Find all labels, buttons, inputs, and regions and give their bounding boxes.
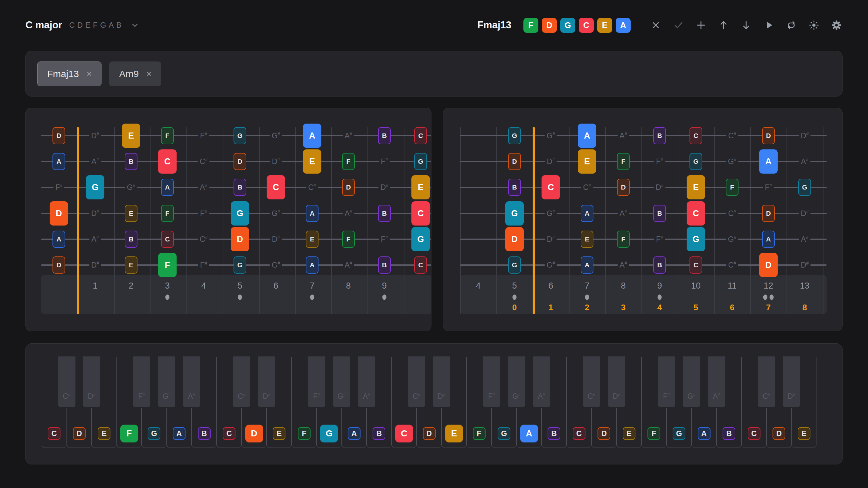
piano-note-chip-d[interactable]: D [73,427,86,440]
note-chip-d[interactable]: D [53,256,65,274]
note-chip-g[interactable]: G [508,256,521,274]
note-chip-d[interactable]: D [342,179,355,196]
piano-note-chip-d[interactable]: D [773,427,785,440]
chord-tab-fmaj13[interactable]: Fmaj13× [37,61,101,86]
black-key-f-sharp[interactable]: F# [482,356,501,408]
piano-note-chip-c[interactable]: C [48,427,60,440]
note-chip-c[interactable]: C [689,127,702,144]
piano-note-chip-c[interactable]: C [395,425,413,442]
note-chip-f[interactable]: F [161,127,174,144]
note-chip-e[interactable]: E [306,231,318,248]
black-key-g-sharp[interactable]: G# [157,356,176,408]
note-chip-f[interactable]: F [342,153,355,170]
note-chip-g[interactable]: G [508,127,521,144]
note-chip-d[interactable]: D [617,179,630,196]
note-chip-b[interactable]: B [378,127,391,144]
piano-note-chip-c[interactable]: C [748,427,761,440]
piano-note-chip-d[interactable]: D [423,427,436,440]
note-chip-f[interactable]: F [617,231,630,248]
black-key-d-sharp[interactable]: D# [257,356,276,408]
piano-note-chip-g[interactable]: G [320,425,338,442]
settings-icon[interactable] [831,19,842,31]
close-icon[interactable]: × [146,69,151,78]
note-chip-g[interactable]: G [414,153,427,170]
note-chip-c[interactable]: C [161,231,174,248]
black-key-f-sharp[interactable]: F# [307,356,326,408]
black-key-f-sharp[interactable]: F# [132,356,151,408]
black-key-f-sharp[interactable]: F# [657,356,676,408]
note-chip-c[interactable]: C [687,201,705,226]
note-chip-d[interactable]: D [505,227,524,251]
chord-note-chip-g[interactable]: G [560,18,575,33]
note-chip-b[interactable]: B [378,205,391,222]
note-chip-d[interactable]: D [508,153,521,170]
note-chip-a[interactable]: A [306,205,318,222]
close-icon[interactable] [650,19,662,31]
note-chip-a[interactable]: A [306,256,318,274]
check-icon[interactable] [672,19,684,31]
piano-note-chip-b[interactable]: B [722,427,735,440]
note-chip-g[interactable]: G [505,201,524,226]
black-key-d-sharp[interactable]: D# [82,356,101,408]
note-chip-g[interactable]: G [234,127,246,144]
piano-note-chip-g[interactable]: G [673,427,685,440]
note-chip-g[interactable]: G [86,175,104,199]
piano-note-chip-e[interactable]: E [445,425,463,442]
black-key-c-sharp[interactable]: C# [407,356,426,408]
note-chip-a[interactable]: A [762,231,775,248]
piano-note-chip-a[interactable]: A [698,427,711,440]
black-key-a-sharp[interactable]: A# [182,356,201,408]
note-chip-g[interactable]: G [689,153,702,170]
note-chip-a[interactable]: A [53,153,65,170]
key-selector[interactable]: C major CDEFGAB [26,20,139,31]
black-key-c-sharp[interactable]: C# [582,356,601,408]
piano-note-chip-e[interactable]: E [798,427,810,440]
add-icon[interactable] [695,19,707,31]
note-chip-d[interactable]: D [53,127,65,144]
black-key-c-sharp[interactable]: C# [232,356,251,408]
note-chip-f[interactable]: F [342,231,355,248]
note-chip-d[interactable]: D [231,227,249,251]
note-chip-a[interactable]: A [578,123,596,148]
chord-note-chip-f[interactable]: F [523,18,538,33]
note-chip-c[interactable]: C [411,201,430,226]
piano-note-chip-e[interactable]: E [98,427,111,440]
note-chip-b[interactable]: B [653,256,666,274]
chord-tab-am9[interactable]: Am9× [109,61,161,86]
piano-note-chip-e[interactable]: E [623,427,636,440]
play-icon[interactable] [763,19,775,31]
note-chip-c[interactable]: C [158,149,177,174]
piano-note-chip-f[interactable]: F [298,427,311,440]
note-chip-e[interactable]: E [581,231,593,248]
piano-note-chip-c[interactable]: C [573,427,585,440]
black-key-a-sharp[interactable]: A# [707,356,726,408]
note-chip-d[interactable]: D [762,205,775,222]
note-chip-b[interactable]: B [378,256,391,274]
note-chip-f[interactable]: F [726,179,739,196]
note-chip-a[interactable]: A [581,256,593,274]
chord-note-chip-e[interactable]: E [597,18,612,33]
piano-note-chip-a[interactable]: A [348,427,361,440]
note-chip-d[interactable]: D [234,153,246,170]
piano-note-chip-g[interactable]: G [148,427,160,440]
note-chip-d[interactable]: D [762,127,775,144]
note-chip-b[interactable]: B [653,127,666,144]
note-chip-b[interactable]: B [508,179,521,196]
note-chip-e[interactable]: E [303,149,321,174]
piano-note-chip-f[interactable]: F [648,427,660,440]
note-chip-d[interactable]: D [50,201,68,226]
chord-note-chip-d[interactable]: D [542,18,557,33]
piano-note-chip-f[interactable]: F [120,425,138,442]
black-key-g-sharp[interactable]: G# [682,356,701,408]
note-chip-b[interactable]: B [653,205,666,222]
note-chip-e[interactable]: E [125,205,137,222]
black-key-g-sharp[interactable]: G# [507,356,526,408]
note-chip-b[interactable]: B [125,153,137,170]
note-chip-a[interactable]: A [161,179,174,196]
piano-note-chip-g[interactable]: G [498,427,510,440]
piano-note-chip-f[interactable]: F [473,427,486,440]
note-chip-e[interactable]: E [125,256,137,274]
note-chip-c[interactable]: C [689,256,702,274]
note-chip-g[interactable]: G [798,179,811,196]
piano-note-chip-e[interactable]: E [273,427,285,440]
